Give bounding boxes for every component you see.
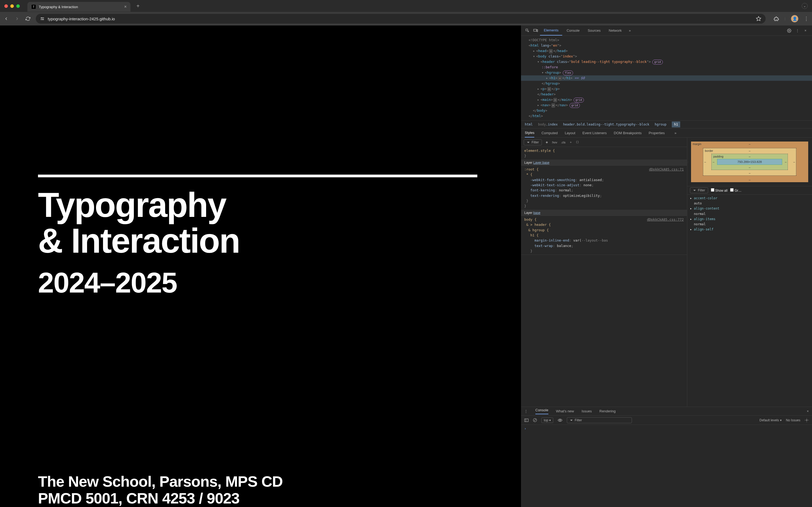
site-settings-icon[interactable] xyxy=(40,16,45,21)
computed-filter-input[interactable]: ⏷ Filter xyxy=(690,187,708,193)
elements-tree[interactable]: <!DOCTYPE html> <html lang="en"> ▸<head>… xyxy=(521,36,812,120)
heading-line2: & Interaction xyxy=(38,221,239,260)
maximize-window-button[interactable] xyxy=(16,4,20,8)
reload-button[interactable] xyxy=(25,16,31,22)
bookmark-icon[interactable] xyxy=(756,16,761,21)
kebab-icon[interactable]: ⋮ xyxy=(794,29,801,33)
crumb-h1[interactable]: h1 xyxy=(672,121,680,127)
close-tab-icon[interactable]: × xyxy=(124,4,127,9)
element-style-block[interactable]: element.style { } xyxy=(521,147,687,160)
close-window-button[interactable] xyxy=(4,4,8,8)
console-filter-input[interactable]: ⏷ Filter xyxy=(567,417,632,423)
tab-elements[interactable]: Elements xyxy=(540,25,562,36)
devtools-drawer: ⋮ Console What's new Issues Rendering × … xyxy=(521,407,812,507)
browser-tab[interactable]: T Typography & Interaction × xyxy=(28,2,130,12)
new-rule-icon[interactable]: ＋ xyxy=(569,140,572,144)
layer-link-1[interactable]: Layer base xyxy=(533,161,549,165)
crumb-hgroup[interactable]: hgroup xyxy=(655,122,666,126)
subtab-computed[interactable]: Computed xyxy=(541,129,558,137)
tab-sources[interactable]: Sources xyxy=(584,26,604,35)
more-subtabs-icon[interactable]: » xyxy=(674,131,676,135)
console-body[interactable]: › xyxy=(521,425,812,507)
dom-selected-h1[interactable]: ▸<h1>⋯</h1> == $0 xyxy=(521,75,812,81)
console-toolbar: top ▾ ⏷ Filter Default levels ▾ No Issue… xyxy=(521,416,812,425)
drawer-kebab-icon[interactable]: ⋮ xyxy=(524,409,528,413)
subtab-breakpoints[interactable]: DOM Breakpoints xyxy=(614,129,642,137)
profile-avatar[interactable]: 👤 xyxy=(791,15,799,22)
layers-icon[interactable]: ◈ xyxy=(546,140,548,144)
close-devtools-icon[interactable]: × xyxy=(802,29,809,33)
grid-badge-main[interactable]: grid xyxy=(574,98,584,103)
console-prompt: › xyxy=(524,427,527,431)
flex-badge[interactable]: flex xyxy=(563,70,573,75)
svg-rect-6 xyxy=(534,29,537,31)
layer-link-2[interactable]: base xyxy=(533,211,540,215)
tab-console[interactable]: Console xyxy=(563,26,583,35)
grid-badge-nav[interactable]: grid xyxy=(570,103,580,108)
crumb-header[interactable]: header.bold.leading--tight.typography--b… xyxy=(563,122,649,126)
drawer-tab-rendering[interactable]: Rendering xyxy=(599,409,616,413)
subtab-styles[interactable]: Styles xyxy=(525,128,534,137)
dom-doctype: <!DOCTYPE html> xyxy=(529,38,559,42)
styles-filter-input[interactable]: ⏷ Filter xyxy=(524,139,542,145)
group-checkbox[interactable]: Gr… xyxy=(730,188,742,192)
tab-network[interactable]: Network xyxy=(605,26,626,35)
favicon-icon: T xyxy=(31,4,36,9)
sidebar-toggle-icon[interactable] xyxy=(524,418,529,422)
menu-icon[interactable]: ⋮ xyxy=(804,16,809,22)
forward-button[interactable] xyxy=(14,16,20,22)
cls-button[interactable]: .cls xyxy=(561,141,565,144)
drawer-tab-whatsnew[interactable]: What's new xyxy=(556,409,574,413)
svg-rect-5 xyxy=(526,29,528,31)
computed-filter-row: ⏷ Filter Show all Gr… xyxy=(687,186,812,195)
clear-console-icon[interactable] xyxy=(533,418,537,422)
new-tab-button[interactable]: + xyxy=(137,3,140,9)
svg-point-13 xyxy=(559,419,561,421)
computed-toggle-icon[interactable]: ☐ xyxy=(576,140,579,144)
show-all-checkbox[interactable]: Show all xyxy=(711,188,728,192)
page-heading: Typography & Interaction xyxy=(38,187,483,259)
more-tabs-icon[interactable]: » xyxy=(626,29,634,33)
console-settings-icon[interactable] xyxy=(805,418,809,422)
inspect-icon[interactable] xyxy=(524,29,531,33)
address-bar[interactable]: typography-interaction-2425.github.io xyxy=(36,14,766,23)
filter-icon: ⏷ xyxy=(527,140,530,144)
minimize-window-button[interactable] xyxy=(10,4,14,8)
live-expression-icon[interactable] xyxy=(558,418,562,422)
box-model[interactable]: margin – -6.072 15.708 border – – – padd… xyxy=(687,138,812,186)
svg-line-12 xyxy=(534,419,536,421)
margin-left-val: -6.072 xyxy=(680,160,689,164)
divider-rule xyxy=(38,175,477,177)
context-selector[interactable]: top ▾ xyxy=(541,417,553,423)
crumb-html[interactable]: html xyxy=(525,122,533,126)
tab-title: Typography & Interaction xyxy=(39,5,121,9)
subtab-properties[interactable]: Properties xyxy=(649,129,665,137)
back-button[interactable] xyxy=(3,16,9,22)
content-dimensions: 793.289×153.828 xyxy=(717,159,782,165)
subtab-layout[interactable]: Layout xyxy=(565,129,575,137)
browser-titlebar: T Typography & Interaction × + ⌄ xyxy=(0,0,812,12)
settings-icon[interactable] xyxy=(786,29,793,33)
extensions-icon[interactable] xyxy=(774,16,779,21)
source-link-2[interactable]: dDpkkCkA85.css:772 xyxy=(647,217,684,222)
styles-filter-row: ⏷ Filter ◈ :hov .cls ＋ ☐ xyxy=(521,138,687,147)
rule-root[interactable]: :root {dDpkkCkA85.css:71 * { -webkit-fon… xyxy=(521,166,687,210)
styles-tabs: Styles Computed Layout Event Listeners D… xyxy=(521,128,812,138)
svg-point-14 xyxy=(806,420,807,421)
drawer-tab-console[interactable]: Console xyxy=(535,408,548,414)
drawer-tab-issues[interactable]: Issues xyxy=(582,409,592,413)
rule-body[interactable]: body {dDpkkCkA85.css:772 & > header { & … xyxy=(521,216,687,255)
device-icon[interactable] xyxy=(532,29,539,33)
levels-selector[interactable]: Default levels ▾ xyxy=(759,418,781,422)
hov-button[interactable]: :hov xyxy=(552,141,557,144)
source-link-1[interactable]: dDpkkCkA85.css:71 xyxy=(649,167,684,172)
chevron-down-icon[interactable]: ⌄ xyxy=(802,3,808,9)
layer-base-1: Layer Layer base xyxy=(521,160,687,166)
close-drawer-icon[interactable]: × xyxy=(807,409,809,413)
pseudo-before: ::before xyxy=(542,65,558,69)
layer-base-2: Layer base xyxy=(521,210,687,216)
dom-breadcrumb[interactable]: html body.index header.bold.leading--tig… xyxy=(521,120,812,128)
computed-properties[interactable]: ▸ accent-color auto ▸ align-content norm… xyxy=(687,195,812,233)
grid-badge[interactable]: grid xyxy=(652,60,662,64)
subtab-listeners[interactable]: Event Listeners xyxy=(582,129,607,137)
